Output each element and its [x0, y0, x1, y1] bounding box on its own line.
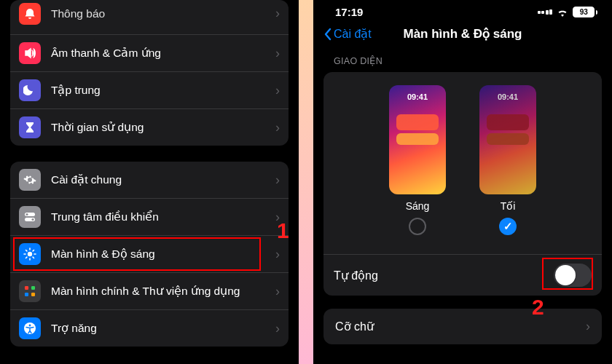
grid-icon	[19, 280, 41, 302]
svg-line-10	[33, 257, 34, 258]
access-icon	[19, 317, 41, 339]
page-title: Màn hình & Độ sáng	[404, 26, 522, 41]
hourglass-icon	[19, 116, 41, 138]
display-brightness-screen: 17:19 93 Cài đặt Màn hình & Độ sáng GIAO…	[313, 0, 612, 364]
status-time: 17:19	[335, 6, 363, 18]
chevron-left-icon	[323, 28, 332, 41]
settings-row-gear[interactable]: Cài đặt chung›	[10, 162, 289, 199]
settings-group-general: Cài đặt chung›Trung tâm điều khiển›Màn h…	[10, 162, 289, 347]
status-bar: 17:19 93	[313, 0, 612, 21]
svg-rect-16	[31, 293, 35, 296]
chevron-right-icon: ›	[275, 46, 280, 61]
settings-row-access[interactable]: Trợ năng›	[10, 310, 289, 347]
chevron-right-icon: ›	[275, 321, 280, 336]
callout-1: 1	[277, 218, 289, 243]
svg-point-18	[29, 325, 31, 327]
moon-icon	[19, 79, 41, 101]
row-label: Cài đặt chung	[51, 173, 275, 186]
chevron-right-icon: ›	[275, 284, 280, 299]
dark-radio[interactable]	[499, 218, 517, 235]
text-size-card: Cỡ chữ ›	[323, 309, 602, 344]
svg-point-1	[26, 213, 28, 215]
back-button[interactable]: Cài đặt	[323, 27, 372, 41]
settings-row-bell[interactable]: Thông báo›	[10, 0, 289, 35]
svg-point-3	[31, 218, 34, 221]
battery-icon: 93	[573, 7, 597, 17]
text-size-row[interactable]: Cỡ chữ ›	[323, 309, 602, 344]
row-label: Tập trung	[51, 83, 275, 97]
toggle-knob	[555, 265, 576, 285]
callout-2: 2	[532, 295, 544, 320]
speaker-icon	[19, 42, 41, 64]
automatic-label: Tự động	[334, 269, 378, 282]
light-thumbnail: 09:41	[389, 85, 446, 194]
row-label: Âm thanh & Cảm ứng	[51, 46, 275, 60]
light-label: Sáng	[406, 200, 430, 212]
signal-icon	[538, 9, 553, 15]
settings-row-moon[interactable]: Tập trung›	[10, 72, 289, 109]
settings-list-screen: Thông báo›Âm thanh & Cảm ứng›Tập trung›T…	[0, 0, 299, 364]
svg-point-4	[28, 252, 32, 256]
chevron-right-icon: ›	[586, 319, 590, 334]
appearance-card: 09:41 Sáng 09:41 Tối Tự động	[323, 72, 602, 296]
settings-row-brightness[interactable]: Màn hình & Độ sáng›	[10, 236, 289, 273]
settings-row-grid[interactable]: Màn hình chính & Thư viện ứng dụng›	[10, 273, 289, 310]
svg-rect-14	[31, 286, 35, 290]
chevron-right-icon: ›	[275, 247, 280, 262]
text-size-label: Cỡ chữ	[335, 320, 374, 333]
dark-thumbnail: 09:41	[479, 85, 536, 194]
automatic-row: Tự động	[323, 255, 602, 296]
settings-group-notifications: Thông báo›Âm thanh & Cảm ứng›Tập trung›T…	[10, 0, 289, 146]
settings-row-hourglass[interactable]: Thời gian sử dụng›	[10, 109, 289, 146]
row-label: Thông báo	[51, 7, 275, 20]
wifi-icon	[557, 8, 568, 17]
gear-icon	[19, 169, 41, 191]
row-label: Trung tâm điều khiển	[51, 210, 275, 223]
settings-row-speaker[interactable]: Âm thanh & Cảm ứng›	[10, 35, 289, 72]
chevron-right-icon: ›	[275, 83, 280, 98]
svg-line-12	[33, 250, 34, 251]
light-radio[interactable]	[409, 218, 426, 235]
back-label: Cài đặt	[334, 27, 372, 41]
bell-icon	[19, 3, 41, 25]
svg-rect-15	[25, 293, 28, 296]
row-label: Thời gian sử dụng	[51, 120, 275, 134]
chevron-right-icon: ›	[275, 173, 280, 188]
svg-line-11	[26, 257, 27, 258]
navbar: Cài đặt Màn hình & Độ sáng	[313, 21, 612, 55]
automatic-toggle[interactable]	[554, 264, 592, 287]
switches-icon	[19, 206, 41, 228]
chevron-right-icon: ›	[275, 120, 280, 135]
chevron-right-icon: ›	[275, 6, 280, 21]
brightness-icon	[19, 243, 41, 265]
section-header-appearance: GIAO DIỆN	[334, 55, 592, 66]
appearance-mode-light[interactable]: 09:41 Sáng	[389, 85, 446, 235]
settings-row-switches[interactable]: Trung tâm điều khiển›	[10, 199, 289, 236]
row-label: Màn hình chính & Thư viện ứng dụng	[51, 284, 275, 298]
row-label: Trợ năng	[51, 321, 275, 335]
row-label: Màn hình & Độ sáng	[51, 247, 275, 261]
svg-rect-13	[25, 286, 28, 290]
dark-label: Tối	[501, 200, 516, 212]
appearance-mode-dark[interactable]: 09:41 Tối	[479, 85, 536, 235]
svg-line-9	[26, 250, 27, 251]
